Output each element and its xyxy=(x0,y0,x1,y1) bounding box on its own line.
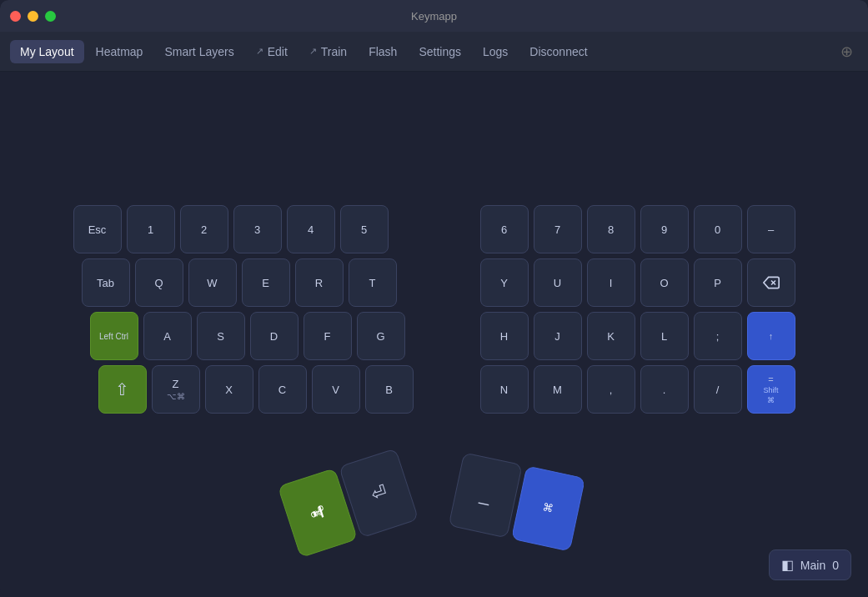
titlebar: Keymapp xyxy=(0,0,868,32)
right-row-2: H J K L ; ↑ xyxy=(480,312,795,360)
key-z[interactable]: Z ⌥⌘ xyxy=(152,365,200,414)
thumb-key-cmd-right[interactable]: ⌘ xyxy=(510,465,585,551)
right-thumb-cluster: _ ⌘ xyxy=(448,452,585,551)
right-row-1: Y U I O P xyxy=(480,258,795,307)
main-badge[interactable]: ◧ Main 0 xyxy=(769,549,851,580)
key-7[interactable]: 7 xyxy=(534,205,582,253)
thumb-key-underscore-right[interactable]: _ xyxy=(448,452,522,538)
key-b[interactable]: B xyxy=(365,365,414,414)
maximize-button[interactable] xyxy=(45,11,56,22)
key-s[interactable]: S xyxy=(197,312,245,360)
layers-icon: ◧ xyxy=(781,557,794,573)
key-k[interactable]: K xyxy=(587,312,635,360)
key-f[interactable]: F xyxy=(304,312,352,360)
nav-item-smart-layers[interactable]: Smart Layers xyxy=(154,40,243,63)
pin-icon[interactable]: ⊕ xyxy=(835,38,858,66)
right-keyboard-half: 6 7 8 9 0 – Y U I O P xyxy=(480,205,795,414)
key-y[interactable]: Y xyxy=(480,258,529,307)
key-minus[interactable]: – xyxy=(747,205,795,253)
nav-item-edit[interactable]: ↗ Edit xyxy=(246,40,298,63)
key-n[interactable]: N xyxy=(480,365,529,414)
app-title: Keymapp xyxy=(411,10,457,23)
key-o[interactable]: O xyxy=(640,258,689,307)
navbar: My Layout Heatmap Smart Layers ↗ Edit ↗ … xyxy=(0,32,868,72)
key-6[interactable]: 6 xyxy=(480,205,529,253)
key-tab[interactable]: Tab xyxy=(82,258,130,307)
key-period[interactable]: . xyxy=(640,365,689,414)
svg-text:⌘: ⌘ xyxy=(541,500,554,514)
backspace-icon xyxy=(763,274,780,291)
key-backspace[interactable] xyxy=(747,258,795,307)
left-row-3: ⇧ Z ⌥⌘ X C V B xyxy=(98,365,414,414)
external-link-icon: ↗ xyxy=(309,46,317,57)
key-a[interactable]: A xyxy=(143,312,192,360)
left-row-0: Esc 1 2 3 4 5 xyxy=(73,205,414,253)
key-c[interactable]: C xyxy=(258,365,307,414)
key-e[interactable]: E xyxy=(242,258,290,307)
minimize-button[interactable] xyxy=(28,11,38,22)
traffic-lights xyxy=(10,11,56,22)
badge-number: 0 xyxy=(832,559,839,572)
nav-item-settings[interactable]: Settings xyxy=(409,40,471,63)
key-3[interactable]: 3 xyxy=(233,205,282,253)
key-esc[interactable]: Esc xyxy=(73,205,122,253)
key-v[interactable]: V xyxy=(312,365,360,414)
key-x[interactable]: X xyxy=(205,365,253,414)
key-left-shift[interactable]: ⇧ xyxy=(98,365,147,414)
key-9[interactable]: 9 xyxy=(640,205,689,253)
key-w[interactable]: W xyxy=(188,258,237,307)
key-left-ctrl[interactable]: Left Ctrl xyxy=(90,312,138,360)
left-thumb-cluster: ⌘ ⏎ xyxy=(277,448,419,558)
external-link-icon: ↗ xyxy=(256,46,263,57)
key-m[interactable]: M xyxy=(534,365,582,414)
nav-item-train[interactable]: ↗ Train xyxy=(299,40,357,63)
nav-item-my-layout[interactable]: My Layout xyxy=(10,40,84,63)
left-keyboard-half: Esc 1 2 3 4 5 Tab Q W E R T Left Ctrl A … xyxy=(73,205,414,414)
key-5[interactable]: 5 xyxy=(340,205,389,253)
key-semicolon[interactable]: ; xyxy=(694,312,742,360)
key-4[interactable]: 4 xyxy=(287,205,335,253)
right-row-3: N M , . / = Shift ⌘ xyxy=(480,365,795,414)
key-comma[interactable]: , xyxy=(587,365,635,414)
key-i[interactable]: I xyxy=(587,258,635,307)
key-j[interactable]: J xyxy=(534,312,582,360)
keyboard-container: Esc 1 2 3 4 5 Tab Q W E R T Left Ctrl A … xyxy=(73,205,795,414)
key-shift-cmd[interactable]: = Shift ⌘ xyxy=(747,365,795,414)
cmd-icon: ⌘ xyxy=(306,501,329,524)
key-p[interactable]: P xyxy=(694,258,742,307)
key-slash[interactable]: / xyxy=(694,365,742,414)
key-2[interactable]: 2 xyxy=(180,205,228,253)
key-r[interactable]: R xyxy=(295,258,344,307)
main-content: Esc 1 2 3 4 5 Tab Q W E R T Left Ctrl A … xyxy=(0,72,868,597)
key-q[interactable]: Q xyxy=(135,258,183,307)
key-h[interactable]: H xyxy=(480,312,529,360)
key-8[interactable]: 8 xyxy=(587,205,635,253)
left-row-2: Left Ctrl A S D F G xyxy=(90,312,414,360)
nav-item-heatmap[interactable]: Heatmap xyxy=(86,40,153,63)
cmd-icon-right: ⌘ xyxy=(537,498,559,519)
key-d[interactable]: D xyxy=(250,312,299,360)
left-row-1: Tab Q W E R T xyxy=(82,258,414,307)
nav-item-disconnect[interactable]: Disconnect xyxy=(519,40,597,63)
nav-item-logs[interactable]: Logs xyxy=(473,40,518,63)
key-up-arrow[interactable]: ↑ xyxy=(747,312,795,360)
key-t[interactable]: T xyxy=(349,258,397,307)
close-button[interactable] xyxy=(10,11,21,22)
badge-label: Main xyxy=(800,559,825,572)
key-u[interactable]: U xyxy=(534,258,582,307)
right-row-0: 6 7 8 9 0 – xyxy=(480,205,795,253)
nav-item-flash[interactable]: Flash xyxy=(359,40,407,63)
key-g[interactable]: G xyxy=(357,312,405,360)
key-1[interactable]: 1 xyxy=(127,205,175,253)
key-0[interactable]: 0 xyxy=(694,205,742,253)
key-l[interactable]: L xyxy=(640,312,689,360)
